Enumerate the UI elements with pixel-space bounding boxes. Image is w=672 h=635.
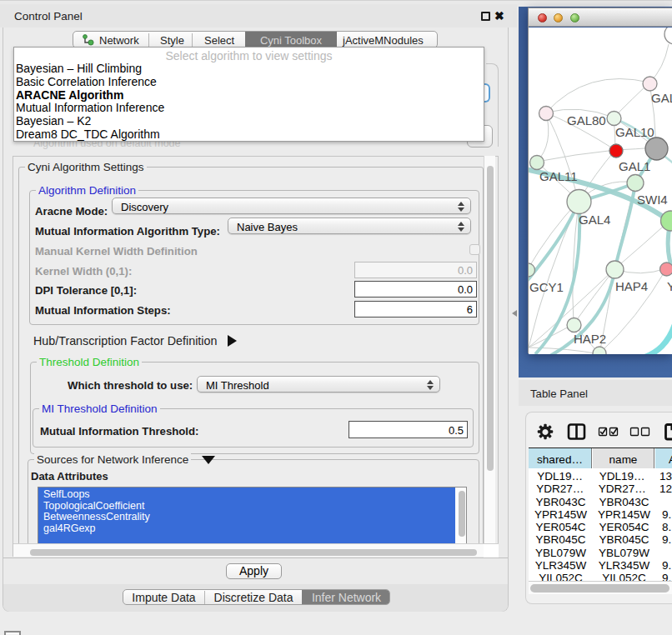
svg-text:HAP4: HAP4 — [615, 279, 648, 293]
svg-text:GAL7: GAL7 — [651, 91, 672, 105]
svg-text:SWI4: SWI4 — [637, 192, 668, 207]
svg-text:GAL11: GAL11 — [539, 169, 578, 183]
svg-text:HAP2: HAP2 — [574, 332, 606, 346]
svg-text:Y: Y — [667, 279, 672, 293]
svg-text:GAL10: GAL10 — [615, 125, 654, 139]
svg-text:GAL4: GAL4 — [579, 212, 610, 227]
svg-text:GAL1: GAL1 — [619, 159, 650, 173]
svg-text:GAL80: GAL80 — [567, 113, 606, 128]
svg-text:GCY1: GCY1 — [529, 280, 564, 294]
